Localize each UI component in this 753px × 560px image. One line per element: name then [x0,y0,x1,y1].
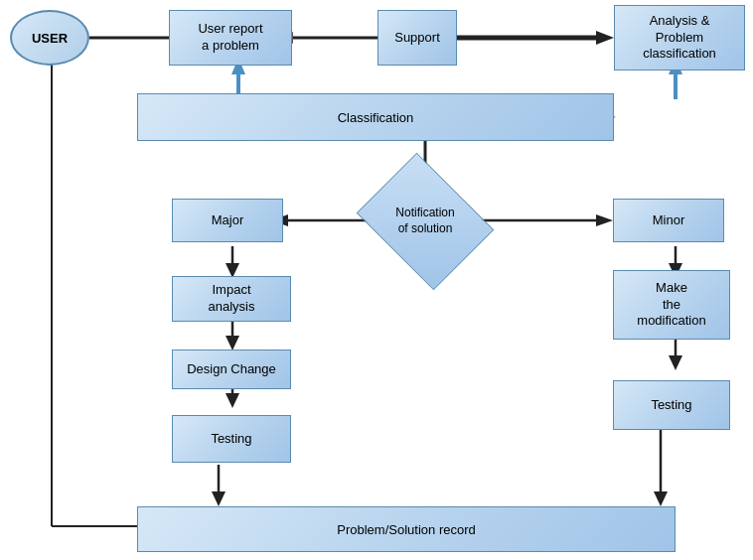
testing-left-box: Testing [172,415,291,463]
major-box: Major [172,199,283,242]
diagram: USER User report a problem Support Analy… [0,0,753,560]
user-report-box: User report a problem [169,10,292,66]
analysis-box: Analysis & Problem classification [614,5,745,70]
classification-label: Classification [338,110,414,125]
impact-analysis-label: Impact analysis [209,282,255,316]
user-label: USER [32,31,68,46]
support-box: Support [377,10,457,66]
support-label: Support [394,30,440,47]
testing-right-box: Testing [613,380,730,430]
problem-solution-label: Problem/Solution record [337,522,475,537]
testing-left-label: Testing [211,431,251,448]
svg-marker-25 [226,393,239,408]
impact-analysis-box: Impact analysis [172,276,291,322]
user-ellipse: USER [10,10,89,66]
notification-diamond: Notification of solution [371,179,480,264]
svg-marker-31 [212,491,226,506]
minor-label: Minor [653,212,685,229]
testing-right-label: Testing [651,397,691,414]
notification-label: Notification of solution [395,206,454,236]
major-label: Major [212,212,244,229]
svg-marker-19 [596,214,613,226]
minor-box: Minor [613,199,724,242]
classification-box: Classification [137,93,614,141]
analysis-label: Analysis & Problem classification [643,13,716,64]
svg-marker-33 [654,491,668,506]
problem-solution-box: Problem/Solution record [137,506,676,552]
design-change-label: Design Change [187,361,276,378]
svg-marker-23 [226,336,239,350]
user-report-label: User report a problem [198,21,262,55]
make-modification-label: Make the modification [637,280,705,331]
svg-marker-29 [669,355,682,370]
make-modification-box: Make the modification [613,270,730,340]
design-change-box: Design Change [172,350,291,389]
svg-marker-5 [596,31,614,45]
